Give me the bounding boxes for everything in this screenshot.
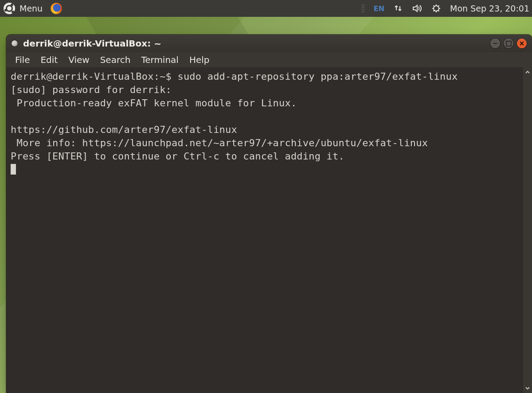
system-indicator[interactable] [431,4,441,13]
terminal-line: Production-ready exFAT kernel module for… [11,97,297,109]
terminal-line: https://github.com/arter97/exfat-linux [11,124,237,135]
terminal-line: [sudo] password for derrik: [11,84,177,95]
terminal-scrollbar[interactable] [522,67,532,393]
window-controls [490,39,527,48]
terminal-line: More info: https://launchpad.net/~arter9… [11,137,428,148]
terminal-cursor [11,164,16,175]
window-maximize-button[interactable] [504,39,513,48]
menu-search[interactable]: Search [96,53,135,67]
network-indicator[interactable] [393,4,403,13]
chevron-down-icon [525,386,530,390]
window-title: derrik@derrik-VirtualBox: ~ [23,38,161,49]
menu-edit[interactable]: Edit [36,53,62,67]
panel-clock[interactable]: Mon Sep 23, 20:01 [450,4,529,13]
volume-icon [412,4,422,13]
panel-menu-label: Menu [20,4,43,13]
panel-menu-button[interactable]: Menu [4,3,43,14]
menu-terminal[interactable]: Terminal [137,53,183,67]
power-gear-icon [431,4,441,13]
terminal-menubar: File Edit View Search Terminal Help [6,52,532,67]
terminal-window: derrik@derrik-VirtualBox: ~ File Edit Vi… [6,35,532,393]
window-titlebar[interactable]: derrik@derrik-VirtualBox: ~ [6,35,532,52]
terminal-command: sudo add-apt-repository ppa:arter97/exfa… [177,71,458,82]
distributor-logo-icon [4,3,15,14]
scrollbar-up-button[interactable] [523,67,532,77]
scrollbar-track[interactable] [523,77,532,383]
window-minimize-button[interactable] [490,39,500,48]
terminal-prompt: derrik@derrik-VirtualBox:~$ [11,71,177,82]
firefox-icon [51,3,62,14]
terminal-viewport[interactable]: derrik@derrik-VirtualBox:~$ sudo add-apt… [6,67,522,393]
chevron-up-icon [525,70,530,74]
menu-view[interactable]: View [64,53,94,67]
menu-file[interactable]: File [11,53,34,67]
keyboard-layout-indicator[interactable]: EN [374,4,384,13]
firefox-launcher[interactable] [51,3,62,14]
panel-grip-icon [361,4,365,13]
terminal-app-icon [12,40,18,47]
top-panel: Menu EN Mon Sep 23, [0,0,532,17]
scrollbar-down-button[interactable] [523,383,532,393]
network-updown-icon [393,4,403,13]
close-icon [520,41,524,46]
terminal-line: Press [ENTER] to continue or Ctrl-c to c… [11,151,344,162]
menu-help[interactable]: Help [185,53,214,67]
window-close-button[interactable] [517,39,527,48]
sound-indicator[interactable] [412,4,422,13]
